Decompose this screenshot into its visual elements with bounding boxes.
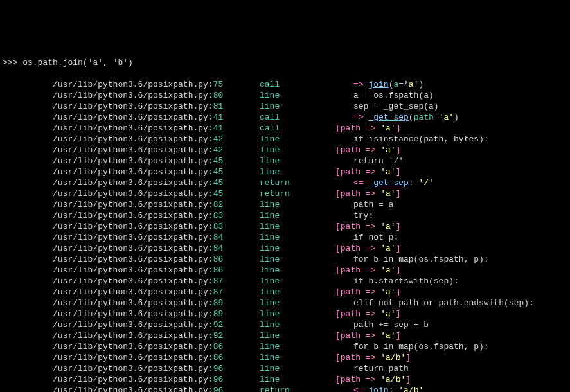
func-link[interactable]: _get_sep (368, 178, 408, 188)
file-col: /usr/lib/python3.6/posixpath.py:83 (3, 221, 260, 232)
event-col: line (260, 363, 335, 374)
trace-row: /usr/lib/python3.6/posixpath.py:86linefo… (3, 254, 567, 265)
trace-row: /usr/lib/python3.6/posixpath.py:45linere… (3, 156, 567, 166)
detail-col: => _get_sep(path='a') (335, 112, 459, 123)
detail-col: [path => 'a'] (335, 243, 400, 254)
trace-row: /usr/lib/python3.6/posixpath.py:45return… (3, 188, 567, 199)
trace-row: /usr/lib/python3.6/posixpath.py:42lineif… (3, 134, 567, 145)
trace-row: /usr/lib/python3.6/posixpath.py:81linese… (3, 101, 567, 112)
func-link[interactable]: join (368, 386, 388, 392)
trace-row: /usr/lib/python3.6/posixpath.py:96line[p… (3, 374, 567, 385)
trace-row: /usr/lib/python3.6/posixpath.py:86line[p… (3, 265, 567, 276)
input-line[interactable]: >>> os.path.join('a', 'b') (3, 57, 567, 68)
file-col: /usr/lib/python3.6/posixpath.py:84 (3, 232, 260, 243)
trace-row: /usr/lib/python3.6/posixpath.py:84line[p… (3, 243, 567, 254)
file-col: /usr/lib/python3.6/posixpath.py:84 (3, 243, 260, 254)
file-col: /usr/lib/python3.6/posixpath.py:92 (3, 330, 260, 341)
file-col: /usr/lib/python3.6/posixpath.py:42 (3, 134, 260, 145)
file-col: /usr/lib/python3.6/posixpath.py:42 (3, 145, 260, 156)
file-col: /usr/lib/python3.6/posixpath.py:45 (3, 166, 260, 177)
trace-row: /usr/lib/python3.6/posixpath.py:75call=>… (3, 79, 567, 90)
detail-col: [path => 'a'] (335, 166, 400, 177)
trace-row: /usr/lib/python3.6/posixpath.py:84lineif… (3, 232, 567, 243)
command-input[interactable]: os.path.join('a', 'b') (22, 58, 133, 67)
file-col: /usr/lib/python3.6/posixpath.py:87 (3, 287, 260, 298)
event-col: line (260, 243, 335, 254)
detail-col: [path => 'a'] (335, 145, 400, 156)
file-col: /usr/lib/python3.6/posixpath.py:86 (3, 265, 260, 276)
trace-row: /usr/lib/python3.6/posixpath.py:45return… (3, 177, 567, 188)
event-col: line (260, 232, 335, 243)
trace-row: /usr/lib/python3.6/posixpath.py:86linefo… (3, 341, 567, 352)
event-col: line (260, 221, 335, 232)
file-col: /usr/lib/python3.6/posixpath.py:87 (3, 276, 260, 287)
file-col: /usr/lib/python3.6/posixpath.py:96 (3, 385, 260, 392)
func-link[interactable]: _get_sep (368, 112, 408, 122)
detail-col: for b in map(os.fspath, p): (335, 341, 489, 352)
file-col: /usr/lib/python3.6/posixpath.py:92 (3, 319, 260, 330)
detail-col: try: (335, 210, 373, 221)
event-col: line (260, 101, 335, 112)
event-col: line (260, 166, 335, 177)
file-col: /usr/lib/python3.6/posixpath.py:75 (3, 79, 260, 90)
detail-col: elif not path or path.endswith(sep): (335, 298, 534, 308)
trace-row: /usr/lib/python3.6/posixpath.py:41call[p… (3, 123, 567, 134)
detail-col: [path => 'a'] (335, 188, 400, 199)
file-col: /usr/lib/python3.6/posixpath.py:96 (3, 374, 260, 385)
file-col: /usr/lib/python3.6/posixpath.py:41 (3, 112, 260, 123)
trace-row: /usr/lib/python3.6/posixpath.py:45line[p… (3, 166, 567, 177)
event-col: return (260, 177, 335, 188)
event-col: line (260, 341, 335, 352)
func-link[interactable]: join (368, 80, 388, 89)
terminal[interactable]: >>> os.path.join('a', 'b') /usr/lib/pyth… (3, 46, 567, 392)
detail-col: path = a (335, 199, 393, 210)
trace-row: /usr/lib/python3.6/posixpath.py:89line[p… (3, 308, 567, 319)
event-col: line (260, 210, 335, 221)
event-col: line (260, 352, 335, 363)
detail-col: for b in map(os.fspath, p): (335, 254, 489, 265)
event-col: line (260, 287, 335, 298)
event-col: line (260, 254, 335, 265)
detail-col: <= join: 'a/b' (335, 385, 423, 392)
event-col: line (260, 156, 335, 166)
trace-output: /usr/lib/python3.6/posixpath.py:75call=>… (3, 79, 567, 392)
trace-row: /usr/lib/python3.6/posixpath.py:82linepa… (3, 199, 567, 210)
detail-col: [path => 'a'] (335, 221, 400, 232)
event-col: return (260, 188, 335, 199)
event-col: line (260, 265, 335, 276)
event-col: line (260, 308, 335, 319)
detail-col: [path => 'a/b'] (335, 374, 411, 385)
detail-col: [path => 'a'] (335, 330, 400, 341)
trace-row: /usr/lib/python3.6/posixpath.py:96return… (3, 385, 567, 392)
detail-col: [path => 'a'] (335, 287, 400, 298)
trace-row: /usr/lib/python3.6/posixpath.py:80linea … (3, 90, 567, 101)
detail-col: return path (335, 363, 409, 374)
file-col: /usr/lib/python3.6/posixpath.py:96 (3, 363, 260, 374)
file-col: /usr/lib/python3.6/posixpath.py:41 (3, 123, 260, 134)
detail-col: if not p: (335, 232, 398, 243)
event-col: line (260, 145, 335, 156)
file-col: /usr/lib/python3.6/posixpath.py:82 (3, 199, 260, 210)
file-col: /usr/lib/python3.6/posixpath.py:89 (3, 308, 260, 319)
event-col: line (260, 199, 335, 210)
file-col: /usr/lib/python3.6/posixpath.py:86 (3, 341, 260, 352)
trace-row: /usr/lib/python3.6/posixpath.py:86line[p… (3, 352, 567, 363)
event-col: line (260, 298, 335, 308)
event-col: line (260, 276, 335, 287)
detail-col: [path => 'a'] (335, 308, 400, 319)
detail-col: if b.startswith(sep): (335, 276, 459, 287)
detail-col: a = os.fspath(a) (335, 90, 434, 101)
event-col: line (260, 319, 335, 330)
detail-col: path += sep + b (335, 319, 429, 330)
trace-row: /usr/lib/python3.6/posixpath.py:92linepa… (3, 319, 567, 330)
trace-row: /usr/lib/python3.6/posixpath.py:89lineel… (3, 298, 567, 308)
detail-col: => join(a='a') (335, 79, 423, 90)
event-col: line (260, 134, 335, 145)
prompt: >>> (3, 58, 22, 67)
trace-row: /usr/lib/python3.6/posixpath.py:83linetr… (3, 210, 567, 221)
trace-row: /usr/lib/python3.6/posixpath.py:83line[p… (3, 221, 567, 232)
detail-col: [path => 'a'] (335, 265, 400, 276)
trace-row: /usr/lib/python3.6/posixpath.py:92line[p… (3, 330, 567, 341)
detail-col: if isinstance(path, bytes): (335, 134, 489, 145)
event-col: call (260, 79, 335, 90)
